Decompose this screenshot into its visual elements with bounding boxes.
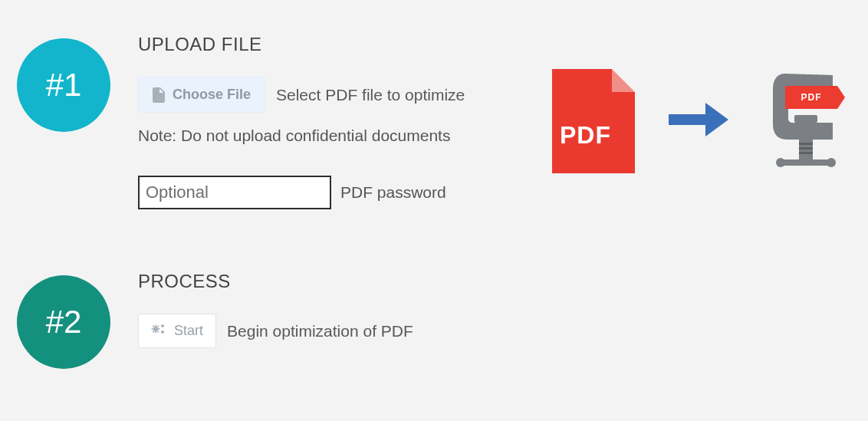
- file-upload-icon: [153, 87, 165, 103]
- password-row: PDF password: [138, 176, 868, 209]
- compress-clamp-icon: PDF: [762, 67, 847, 175]
- step-2-number: #2: [46, 304, 82, 340]
- process-title: PROCESS: [138, 271, 868, 292]
- svg-point-9: [161, 324, 164, 327]
- clamp-pdf-label: PDF: [801, 92, 822, 103]
- svg-rect-5: [153, 325, 155, 327]
- cogs-icon: [151, 322, 166, 340]
- svg-rect-12: [799, 143, 813, 145]
- upload-title: UPLOAD FILE: [138, 34, 868, 55]
- svg-point-16: [776, 158, 785, 167]
- svg-rect-1: [155, 325, 156, 327]
- svg-rect-14: [799, 152, 813, 154]
- step-1-badge: #1: [17, 38, 110, 132]
- arrow-right-icon: [666, 97, 732, 146]
- svg-point-0: [153, 327, 158, 331]
- start-label: Start: [174, 323, 203, 339]
- illustration: PDF PDF: [552, 67, 847, 175]
- pdf-file-icon: PDF: [552, 69, 635, 173]
- clamp-pdf-tag: PDF: [785, 86, 837, 109]
- svg-rect-6: [157, 331, 159, 333]
- svg-rect-7: [157, 325, 159, 327]
- pdf-label: PDF: [560, 121, 611, 150]
- start-button[interactable]: Start: [138, 314, 216, 348]
- svg-rect-18: [794, 115, 817, 123]
- start-hint: Begin optimization of PDF: [227, 322, 413, 340]
- password-label: PDF password: [340, 183, 446, 202]
- svg-rect-3: [152, 328, 154, 330]
- step-2-content: PROCESS: [138, 271, 868, 362]
- choose-file-hint: Select PDF file to optimize: [276, 86, 465, 104]
- choose-file-button[interactable]: Choose File: [138, 77, 265, 113]
- svg-rect-8: [153, 331, 155, 333]
- choose-file-label: Choose File: [173, 87, 251, 103]
- svg-rect-13: [799, 147, 813, 150]
- svg-rect-2: [155, 331, 156, 334]
- svg-point-17: [827, 158, 836, 167]
- svg-rect-4: [158, 328, 160, 330]
- step-1-number: #1: [46, 67, 82, 104]
- step-process: #2 PROCESS: [0, 209, 868, 369]
- svg-point-10: [161, 331, 164, 334]
- pdf-fold-corner: [612, 69, 635, 92]
- password-input[interactable]: [138, 176, 331, 209]
- step-2-badge: #2: [17, 275, 110, 369]
- svg-rect-15: [781, 160, 831, 166]
- start-row: Start Begin optimization of PDF: [138, 314, 868, 348]
